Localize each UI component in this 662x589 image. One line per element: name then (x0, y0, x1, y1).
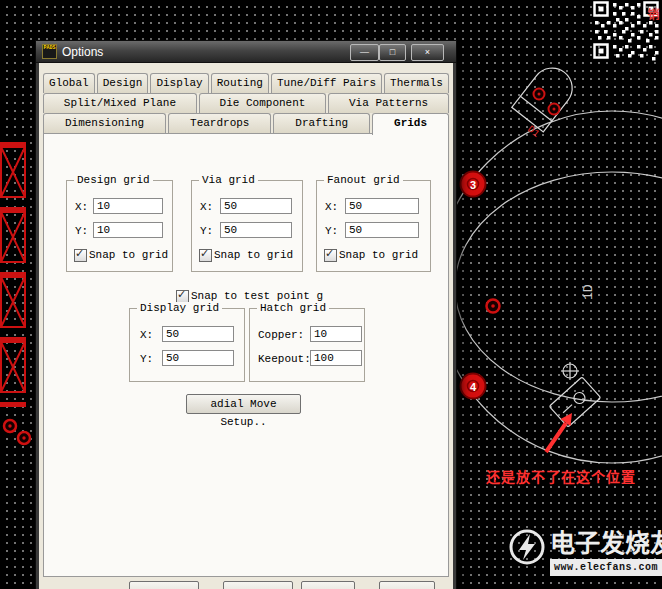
pcb-annotation-text: 还是放不了在这个位置 (486, 466, 636, 486)
component-d1-outline (512, 60, 580, 132)
refdes-d1: D1 (525, 124, 541, 140)
fanout-grid-y-label: Y: (325, 225, 338, 237)
dialog-bottom-button-1[interactable] (129, 581, 199, 589)
display-grid-y-label: Y: (140, 353, 153, 365)
svg-text:4: 4 (470, 381, 477, 393)
tab-row-3: Dimensioning Teardrops Drafting Grids (43, 113, 449, 133)
svg-text:3: 3 (470, 179, 476, 191)
minimize-button[interactable]: — (350, 44, 379, 61)
tab-row-2: Split/Mixed Plane Die Component Via Patt… (43, 93, 449, 113)
board-outline (436, 111, 662, 463)
design-grid-y-label: Y: (75, 225, 88, 237)
dialog-bottom-button-4[interactable] (379, 581, 435, 589)
maximize-button[interactable]: □ (379, 44, 406, 61)
hatch-grid-group: Hatch grid Copper: Keepout: (249, 308, 365, 382)
hatch-keepout-label: Keepout: (258, 353, 311, 365)
fanout-snap-to-grid-label: Snap to grid (339, 249, 418, 261)
check-icon: ✓ (200, 247, 209, 260)
tab-drafting[interactable]: Drafting (273, 113, 370, 133)
tab-routing[interactable]: Routing (211, 73, 269, 93)
watermark-title: 电子发烧友 (550, 523, 662, 559)
screen: D1 3 4 1D (0, 0, 662, 589)
via-grid-y-input[interactable] (220, 222, 292, 238)
grids-tab-panel: Design grid X: Y: ✓ Snap to grid Via gri… (43, 133, 449, 577)
close-button[interactable]: × (411, 44, 444, 61)
tab-die-component[interactable]: Die Component (199, 93, 326, 113)
display-grid-x-input[interactable] (162, 326, 234, 342)
fanout-grid-x-label: X: (325, 201, 338, 213)
display-grid-y-input[interactable] (162, 350, 234, 366)
dialog-bottom-button-3[interactable] (301, 581, 355, 589)
pads-logo-icon: PADS (42, 44, 57, 59)
fanout-grid-group: Fanout grid X: Y: ✓ Snap to grid (316, 180, 431, 272)
tab-strip: Global Design Display Routing Tune/Diff … (43, 73, 449, 133)
dialog-titlebar[interactable]: PADS Options — □ × (36, 41, 456, 63)
design-grid-x-input[interactable] (93, 198, 163, 214)
display-grid-group: Display grid X: Y: (129, 308, 245, 382)
via-grid-y-label: Y: (200, 225, 213, 237)
design-grid-group: Design grid X: Y: ✓ Snap to grid (66, 180, 173, 272)
dialog-bottom-button-2[interactable] (223, 581, 293, 589)
snap-to-test-point-label: Snap to test point g (191, 290, 323, 302)
dialog-title: Options (62, 45, 103, 59)
hatch-copper-label: Copper: (258, 329, 304, 341)
via-snap-to-grid-label: Snap to grid (214, 249, 293, 261)
tab-teardrops[interactable]: Teardrops (168, 113, 271, 133)
tab-split-mixed-plane[interactable]: Split/Mixed Plane (43, 93, 197, 113)
tab-tune-diff-pairs[interactable]: Tune/Diff Pairs (271, 73, 382, 93)
qr-caption-text: 微信营销 (644, 8, 662, 62)
check-icon: ✓ (75, 247, 84, 260)
watermark: 电子发烧友 www.elecfans.com (506, 519, 662, 585)
designator-3: 3 (461, 172, 486, 197)
fanout-grid-x-input[interactable] (345, 198, 419, 214)
tab-dimensioning[interactable]: Dimensioning (43, 113, 166, 133)
tab-grids[interactable]: Grids (372, 113, 449, 135)
watermark-logo-icon (506, 525, 548, 569)
design-snap-to-grid-label: Snap to grid (89, 249, 168, 261)
via-grid-title: Via grid (199, 174, 258, 186)
display-grid-x-label: X: (140, 329, 153, 341)
via-grid-group: Via grid X: Y: ✓ Snap to grid (191, 180, 303, 272)
hatch-grid-title: Hatch grid (257, 302, 329, 314)
via-snap-to-grid-checkbox[interactable]: ✓ (199, 249, 212, 262)
radial-move-setup-button[interactable]: adial Move Setup.. (186, 394, 301, 414)
annotation-arrow (546, 413, 572, 452)
fanout-snap-to-grid-checkbox[interactable]: ✓ (324, 249, 337, 262)
tab-design[interactable]: Design (97, 73, 149, 93)
via-grid-x-input[interactable] (220, 198, 292, 214)
component-d1-pads (534, 89, 560, 115)
tab-thermals[interactable]: Thermals (384, 73, 449, 93)
options-dialog: PADS Options — □ × Global Design Display… (35, 40, 457, 589)
check-icon: ✓ (325, 247, 334, 260)
design-snap-to-grid-checkbox[interactable]: ✓ (74, 249, 87, 262)
design-grid-y-input[interactable] (93, 222, 163, 238)
via-grid-x-label: X: (200, 201, 213, 213)
designator-4: 4 (461, 374, 486, 399)
tab-row-1: Global Design Display Routing Tune/Diff … (43, 73, 449, 93)
tab-global[interactable]: Global (43, 73, 95, 93)
check-icon: ✓ (177, 288, 186, 301)
hatch-keepout-input[interactable] (310, 350, 362, 366)
watermark-url: www.elecfans.com (550, 559, 662, 576)
fanout-grid-y-input[interactable] (345, 222, 419, 238)
tab-via-patterns[interactable]: Via Patterns (328, 93, 449, 113)
fanout-grid-title: Fanout grid (324, 174, 403, 186)
left-donut-pads (4, 420, 30, 444)
design-grid-x-label: X: (75, 201, 88, 213)
target-pad (487, 300, 500, 313)
display-grid-title: Display grid (137, 302, 222, 314)
hatch-copper-input[interactable] (310, 326, 362, 342)
silk-text-1d: 1D (581, 284, 596, 300)
design-grid-title: Design grid (74, 174, 153, 186)
left-keepout-column (0, 142, 26, 407)
tab-display[interactable]: Display (150, 73, 208, 93)
dialog-body: Global Design Display Routing Tune/Diff … (39, 63, 453, 589)
